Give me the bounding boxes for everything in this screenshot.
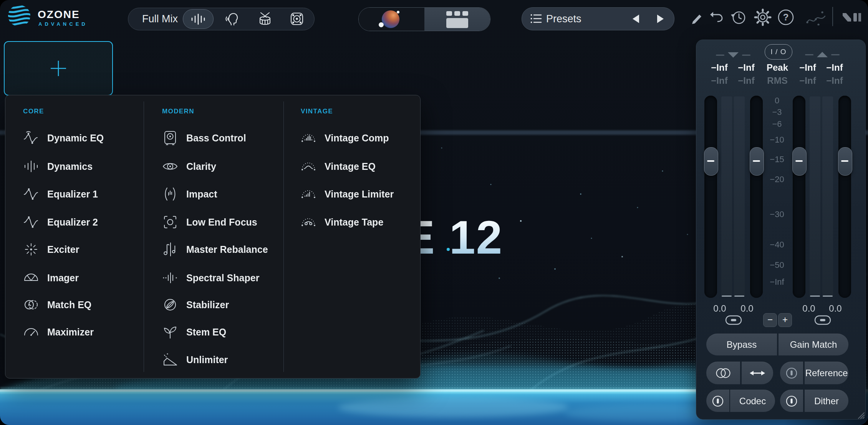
vintage-tape-icon	[300, 214, 316, 230]
preset-list-icon	[530, 13, 542, 24]
app-subtitle: ADVANCED	[38, 21, 88, 27]
output-gain-fader-left[interactable]	[793, 96, 805, 298]
reference-power-button[interactable]	[780, 362, 803, 384]
input-gain-value-right[interactable]: 0.0	[734, 303, 760, 314]
view-toggle-detailed[interactable]	[424, 8, 490, 31]
source-option-full-mix[interactable]	[183, 9, 214, 29]
equalizer-icon	[23, 186, 39, 202]
scale-tick: −15	[762, 154, 792, 164]
input-gain-value-left[interactable]: 0.0	[706, 303, 733, 314]
input-meter-left	[721, 96, 732, 297]
resize-handle[interactable]	[857, 411, 865, 419]
exciter-icon	[23, 241, 39, 257]
rms-label: RMS	[760, 75, 795, 86]
output-gain-value-left[interactable]: 0.0	[795, 303, 822, 314]
dash-icon	[831, 54, 840, 55]
speaker-icon	[290, 12, 304, 26]
fader-handle[interactable]	[704, 147, 718, 176]
mid-side-button[interactable]	[706, 362, 740, 384]
master-rebalance-icon	[162, 241, 178, 257]
input-link-icon[interactable]	[725, 315, 742, 325]
output-gain-value-right[interactable]: 0.0	[822, 303, 849, 314]
scale-tick: −50	[762, 260, 792, 270]
peak-label: Peak	[760, 62, 795, 73]
view-toggle-orb[interactable]	[359, 8, 424, 31]
bypass-button[interactable]: Bypass	[706, 334, 777, 355]
scale-tick: −Inf	[762, 277, 792, 287]
detailed-view-icon	[446, 11, 469, 28]
fader-handle[interactable]	[750, 147, 764, 176]
toolbar-divider	[832, 7, 833, 26]
undo-icon[interactable]	[709, 10, 724, 25]
input-gain-fader-left[interactable]	[704, 96, 717, 298]
output-gain-fader-right[interactable]	[838, 96, 851, 298]
gain-match-button[interactable]: Gain Match	[779, 334, 848, 355]
scale-tick: −6	[762, 119, 792, 129]
dither-power-button[interactable]	[780, 390, 803, 412]
codec-power-button[interactable]	[706, 390, 729, 412]
gain-decrement-button[interactable]: −	[763, 313, 777, 327]
history-icon[interactable]	[729, 8, 748, 27]
triangle-up-icon	[817, 52, 828, 57]
input-gain-collapse[interactable]	[716, 52, 750, 58]
power-icon	[712, 395, 724, 407]
maximizer-icon	[23, 324, 39, 340]
vintage-limiter-icon	[300, 186, 316, 202]
plus-icon	[49, 59, 68, 78]
out-peak-right: −Inf	[817, 62, 852, 73]
peak-hold-mark	[734, 296, 744, 297]
stereo-width-button[interactable]	[742, 362, 773, 384]
presets-label: Presets	[546, 8, 581, 30]
fader-handle[interactable]	[792, 147, 807, 176]
fader-handle[interactable]	[838, 147, 852, 176]
source-selector-label: Full Mix	[142, 8, 178, 30]
dither-button[interactable]: Dither	[805, 390, 848, 412]
orb-dot-small	[397, 11, 399, 13]
scale-tick: −3	[762, 107, 792, 117]
stabilizer-icon	[162, 297, 178, 313]
dynamic-eq-icon	[23, 130, 39, 146]
vintage-comp-icon	[300, 130, 316, 146]
reference-button[interactable]: Reference	[805, 362, 848, 384]
preset-previous-button[interactable]	[633, 15, 639, 23]
view-toggle	[358, 7, 490, 31]
settings-gear-icon[interactable]	[753, 8, 772, 27]
scale-tick: −30	[762, 209, 792, 219]
drum-icon	[257, 12, 273, 26]
add-module-tile[interactable]	[4, 41, 113, 96]
dash-icon	[805, 54, 813, 55]
svg-text:?: ?	[783, 12, 789, 22]
in-peak-right: −Inf	[729, 62, 764, 73]
menu-header-modern: MODERN	[162, 108, 194, 115]
input-gain-fader-right[interactable]	[750, 96, 763, 298]
io-section-label[interactable]: I / O	[765, 44, 792, 60]
output-meter-left	[810, 96, 820, 297]
codec-button[interactable]: Codec	[730, 390, 775, 412]
menu-header-core: CORE	[23, 108, 44, 115]
source-option-bass[interactable]	[289, 11, 305, 27]
imager-icon	[23, 270, 39, 286]
output-gain-expand[interactable]	[805, 52, 840, 57]
presets-bar[interactable]: Presets	[522, 7, 674, 30]
output-link-icon[interactable]	[814, 315, 831, 325]
spectral-shaper-icon	[162, 270, 178, 286]
scale-tick: 0	[762, 96, 792, 106]
mid-side-icon	[715, 367, 731, 379]
help-icon[interactable]: ?	[777, 8, 795, 26]
out-rms-right: −Inf	[817, 75, 852, 86]
io-panel: I / O −Inf −Inf Peak −Inf −Inf −Inf −Inf…	[696, 40, 866, 420]
power-icon	[785, 367, 798, 379]
app-title: OZONE	[38, 8, 80, 21]
peak-hold-mark	[810, 296, 820, 297]
triangle-down-icon	[728, 52, 739, 58]
source-option-drums[interactable]	[257, 11, 273, 27]
output-meter-right	[822, 96, 833, 297]
preset-next-button[interactable]	[657, 15, 664, 23]
module-picker-menu: CORE MODERN VINTAGE Dynamic EQ Dynamics …	[5, 95, 421, 379]
signal-chain-icon[interactable]	[806, 10, 827, 25]
source-option-vocals[interactable]	[225, 11, 240, 27]
vocal-icon	[225, 12, 240, 26]
gain-increment-button[interactable]: +	[778, 313, 792, 327]
menu-column-divider	[283, 101, 284, 372]
edit-pencil-icon[interactable]	[691, 10, 704, 25]
